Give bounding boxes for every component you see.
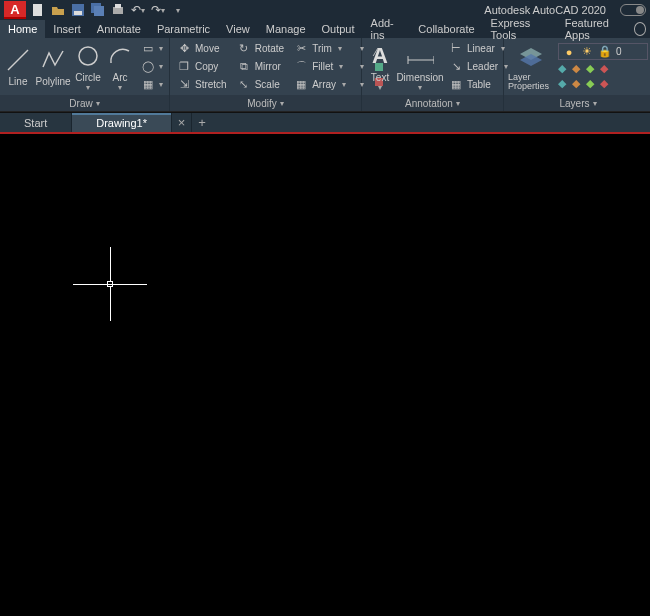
title-bar: A ↶▾ ↷▾ ▾ Autodesk AutoCAD 2020 [0,0,650,20]
svg-point-8 [79,47,97,65]
plot-icon[interactable] [110,2,126,18]
rectangle-icon: ▭ [141,42,155,56]
leader-button[interactable]: ↘Leader▾ [446,58,511,75]
circle-button[interactable]: Circle ▾ [74,42,102,92]
tab-view[interactable]: View [218,20,258,38]
tab-output[interactable]: Output [314,20,363,38]
tab-annotate[interactable]: Annotate [89,20,149,38]
stretch-button[interactable]: ⇲Stretch [174,76,230,93]
saveall-icon[interactable] [90,2,106,18]
add-tab-icon[interactable]: + [192,113,212,132]
copy-button[interactable]: ❐Copy [174,58,230,75]
lightbulb-icon: ● [562,45,576,59]
svg-rect-4 [94,6,104,16]
array-icon: ▦ [294,78,308,92]
tab-expresstools[interactable]: Express Tools [483,20,557,38]
drawing-tab[interactable]: Drawing1* [72,113,172,132]
move-button[interactable]: ✥Move [174,40,230,57]
tab-addins[interactable]: Add-ins [363,20,411,38]
line-icon [4,46,32,74]
panel-label-modify[interactable]: Modify▾ [170,95,361,111]
table-icon: ▦ [449,78,463,92]
layer-tool-8-icon[interactable]: ◆ [600,77,608,90]
arc-icon [106,42,134,70]
chevron-down-icon: ▾ [86,83,90,92]
rectangle-button[interactable]: ▭▾ [138,40,166,57]
svg-marker-13 [520,54,542,66]
app-menu-button[interactable]: A [4,1,26,19]
drawing-canvas[interactable] [0,134,650,616]
stretch-icon: ⇲ [177,78,191,92]
layer-tool-4-icon[interactable]: ◆ [600,62,608,75]
dimension-button[interactable]: Dimension ▾ [398,42,442,92]
svg-line-7 [8,50,28,70]
text-button[interactable]: A Text ▾ [366,42,394,92]
trim-button[interactable]: ✂Trim▾ [291,40,349,57]
quick-access-toolbar: ↶▾ ↷▾ ▾ [30,2,186,18]
panel-label-layers[interactable]: Layers▾ [504,95,650,111]
chevron-down-icon: ▾ [118,83,122,92]
tab-collaborate[interactable]: Collaborate [410,20,482,38]
panel-label-draw[interactable]: Draw▾ [0,95,169,111]
tab-parametric[interactable]: Parametric [149,20,218,38]
new-icon[interactable] [30,2,46,18]
tab-home[interactable]: Home [0,20,45,38]
ribbon-tabs: Home Insert Annotate Parametric View Man… [0,20,650,38]
table-button[interactable]: ▦Table [446,76,511,93]
rotate-button[interactable]: ↻Rotate [234,40,287,57]
line-button[interactable]: Line [4,46,32,87]
mirror-icon: ⧉ [237,60,251,74]
panel-label-annotation[interactable]: Annotation▾ [362,95,503,111]
fillet-icon: ⌒ [294,60,308,74]
save-icon[interactable] [70,2,86,18]
ellipse-icon: ◯ [141,60,155,74]
undo-icon[interactable]: ↶▾ [130,2,146,18]
array-button[interactable]: ▦Array▾ [291,76,349,93]
mirror-button[interactable]: ⧉Mirror [234,58,287,75]
text-icon: A [366,42,394,70]
scale-button[interactable]: ⤡Scale [234,76,287,93]
lock-icon: 🔒 [598,45,612,59]
scale-icon: ⤡ [237,78,251,92]
start-tab[interactable]: Start [0,113,72,132]
tab-insert[interactable]: Insert [45,20,89,38]
layer-properties-button[interactable]: Layer Properties [508,43,554,91]
qat-customize-icon[interactable]: ▾ [170,2,186,18]
svg-rect-0 [33,4,42,16]
linear-button[interactable]: ⊢Linear▾ [446,40,511,57]
polyline-button[interactable]: Polyline [36,46,70,87]
ribbon: Line Polyline Circle ▾ Arc ▾ ▭▾ ◯▾ ▦▾ [0,38,650,112]
linear-icon: ⊢ [449,42,463,56]
crosshair-cursor [73,247,147,321]
chevron-down-icon: ▾ [378,83,382,92]
panel-layers: Layer Properties ● ☀ 🔒 0 ◆ ◆ ◆ ◆ ◆ ◆ [504,38,650,111]
fillet-button[interactable]: ⌒Fillet▾ [291,58,349,75]
arc-button[interactable]: Arc ▾ [106,42,134,92]
ellipse-button[interactable]: ◯▾ [138,58,166,75]
leader-icon: ↘ [449,60,463,74]
layers-icon [517,43,545,71]
signin-pill[interactable] [620,4,646,16]
panel-modify: ✥Move ❐Copy ⇲Stretch ↻Rotate ⧉Mirror ⤡Sc… [170,38,362,111]
tab-featuredapps[interactable]: Featured Apps [557,20,634,38]
tab-manage[interactable]: Manage [258,20,314,38]
svg-rect-2 [74,11,82,15]
redo-icon[interactable]: ↷▾ [150,2,166,18]
panel-annotation: A Text ▾ Dimension ▾ ⊢Linear▾ ↘Leader▾ ▦… [362,38,504,111]
pickbox [107,281,113,287]
close-tab-icon[interactable]: × [172,113,192,132]
layer-dropdown[interactable]: ● ☀ 🔒 0 [558,43,648,60]
sun-icon: ☀ [580,45,594,59]
copy-icon: ❐ [177,60,191,74]
layer-tool-3-icon[interactable]: ◆ [586,62,594,75]
search-icon[interactable] [634,22,646,36]
hatch-button[interactable]: ▦▾ [138,76,166,93]
circle-icon [74,42,102,70]
layer-tool-1-icon[interactable]: ◆ [558,62,566,75]
layer-tool-6-icon[interactable]: ◆ [572,77,580,90]
layer-tool-7-icon[interactable]: ◆ [586,77,594,90]
layer-tool-5-icon[interactable]: ◆ [558,77,566,90]
open-icon[interactable] [50,2,66,18]
layer-tool-2-icon[interactable]: ◆ [572,62,580,75]
trim-icon: ✂ [294,42,308,56]
